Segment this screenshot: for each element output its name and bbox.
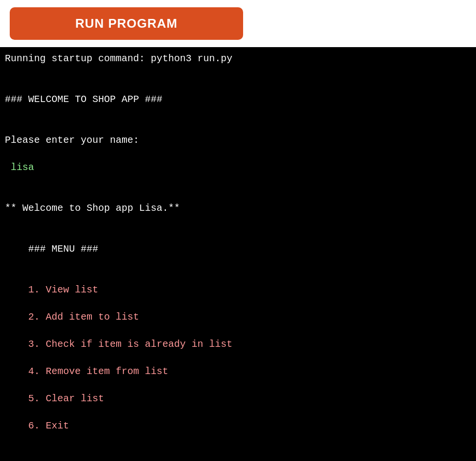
terminal-line: Please enter your name: [5,134,471,147]
terminal-line: 6. Exit [5,419,471,433]
terminal-line: lisa [5,161,471,174]
terminal-line: 5. Clear list [5,392,471,406]
terminal-line: 2. Add item to list [5,310,471,324]
terminal-output: Running startup command: python3 run.py … [0,47,476,461]
terminal-line: 4. Remove item from list [5,365,471,378]
terminal-line: Running startup command: python3 run.py [5,52,471,66]
terminal-line: ** Welcome to Shop app Lisa.** [5,202,471,215]
run-program-button[interactable]: RUN PROGRAM [10,7,243,40]
terminal-line: ### MENU ### [5,242,471,256]
terminal-line: 1. View list [5,283,471,297]
header: RUN PROGRAM [0,0,476,47]
terminal-line: 3. Check if item is already in list [5,338,471,351]
terminal-line: ### WELCOME TO SHOP APP ### [5,93,471,106]
